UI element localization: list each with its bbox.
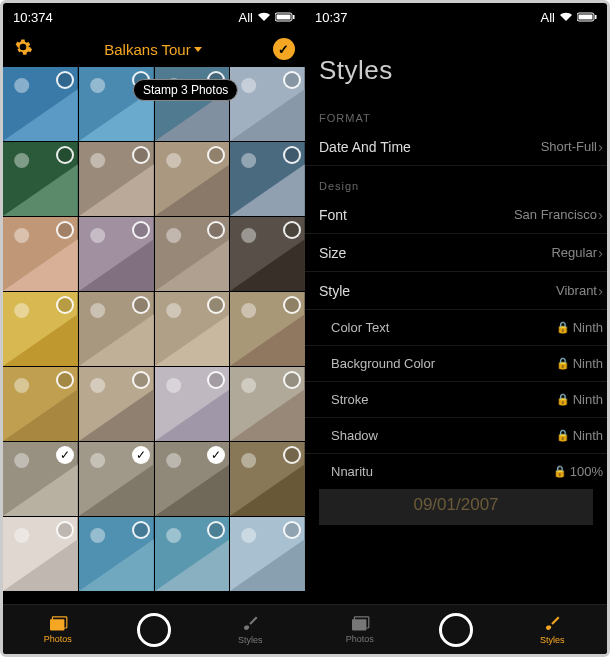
- photo-thumbnail[interactable]: [79, 367, 154, 441]
- svg-point-59: [166, 378, 181, 393]
- tab-styles[interactable]: Styles: [220, 615, 280, 645]
- photo-thumbnail[interactable]: [3, 142, 78, 216]
- row-opacity[interactable]: Nnaritu 🔒100%: [305, 454, 607, 489]
- tab-photos[interactable]: Photos: [330, 616, 390, 644]
- photo-thumbnail[interactable]: ✓: [155, 442, 230, 516]
- row-label: Date And Time: [319, 139, 411, 155]
- selection-indicator[interactable]: [56, 146, 74, 164]
- shutter-button[interactable]: [439, 613, 473, 647]
- tab-bar: Photos Styles: [305, 604, 607, 654]
- status-bar: 10:374 All: [3, 3, 305, 31]
- selection-indicator[interactable]: [283, 221, 301, 239]
- stamp-count-badge[interactable]: Stamp 3 Photos: [133, 79, 238, 101]
- tab-label: Photos: [44, 634, 72, 644]
- photo-thumbnail[interactable]: [155, 142, 230, 216]
- styles-list[interactable]: Styles FORMAT Date And Time Short-Full› …: [305, 31, 607, 604]
- row-date-and-time[interactable]: Date And Time Short-Full›: [305, 128, 607, 166]
- row-size[interactable]: Size Regular›: [305, 234, 607, 272]
- selection-indicator[interactable]: [283, 71, 301, 89]
- svg-point-41: [14, 303, 29, 318]
- row-color-text[interactable]: Color Text 🔒Ninth: [305, 310, 607, 346]
- selection-indicator[interactable]: ✓: [56, 446, 74, 464]
- tab-photos[interactable]: Photos: [28, 616, 88, 644]
- selection-indicator[interactable]: [132, 371, 150, 389]
- selection-indicator[interactable]: [132, 221, 150, 239]
- selection-indicator[interactable]: [132, 521, 150, 539]
- photo-thumbnail[interactable]: [155, 217, 230, 291]
- selection-indicator[interactable]: [283, 521, 301, 539]
- shutter-button[interactable]: [137, 613, 171, 647]
- row-label: Nnaritu: [331, 464, 373, 479]
- photo-thumbnail[interactable]: [155, 367, 230, 441]
- row-value: Regular: [551, 245, 597, 260]
- row-shadow[interactable]: Shadow 🔒Ninth: [305, 418, 607, 454]
- selection-indicator[interactable]: [283, 371, 301, 389]
- photo-thumbnail[interactable]: [79, 142, 154, 216]
- selection-indicator[interactable]: [283, 446, 301, 464]
- gear-icon[interactable]: [13, 37, 33, 61]
- battery-icon: [577, 12, 597, 22]
- svg-rect-2: [293, 15, 295, 19]
- row-stroke[interactable]: Stroke 🔒Ninth: [305, 382, 607, 418]
- row-label: Style: [319, 283, 350, 299]
- selection-indicator[interactable]: [56, 71, 74, 89]
- page-title: Styles: [305, 45, 607, 104]
- photo-thumbnail[interactable]: [3, 67, 78, 141]
- photos-header: Balkans Tour ✓: [3, 31, 305, 67]
- photo-thumbnail[interactable]: [230, 292, 305, 366]
- lock-icon: 🔒: [556, 321, 570, 334]
- selection-indicator[interactable]: [56, 371, 74, 389]
- select-mode-button[interactable]: ✓: [273, 38, 295, 60]
- photo-thumbnail[interactable]: [79, 217, 154, 291]
- photo-thumbnail[interactable]: [230, 142, 305, 216]
- lock-icon: 🔒: [556, 393, 570, 406]
- photo-thumbnail[interactable]: ✓: [79, 442, 154, 516]
- photo-thumbnail[interactable]: [3, 217, 78, 291]
- svg-point-5: [14, 78, 29, 93]
- photo-thumbnail[interactable]: [230, 367, 305, 441]
- row-style[interactable]: Style Vibrant›: [305, 272, 607, 310]
- selection-indicator[interactable]: ✓: [132, 446, 150, 464]
- svg-point-71: [166, 453, 181, 468]
- photo-thumbnail[interactable]: [230, 67, 305, 141]
- row-value: Short-Full: [541, 139, 597, 154]
- svg-point-47: [166, 303, 181, 318]
- photo-thumbnail[interactable]: ✓: [3, 442, 78, 516]
- photo-thumbnail[interactable]: [3, 292, 78, 366]
- row-label: Font: [319, 207, 347, 223]
- selection-indicator[interactable]: [56, 296, 74, 314]
- photo-thumbnail[interactable]: [155, 292, 230, 366]
- status-bar: 10:37 All: [305, 3, 607, 31]
- photo-thumbnail[interactable]: [155, 517, 230, 591]
- row-value: Vibrant: [556, 283, 597, 298]
- row-font[interactable]: Font San Francisco›: [305, 196, 607, 234]
- selection-indicator[interactable]: [283, 146, 301, 164]
- svg-point-50: [241, 303, 256, 318]
- svg-point-53: [14, 378, 29, 393]
- tab-styles[interactable]: Styles: [522, 615, 582, 645]
- photos-icon: [350, 616, 370, 632]
- row-value: Ninth: [573, 320, 603, 335]
- album-title-dropdown[interactable]: Balkans Tour: [104, 41, 201, 58]
- photo-thumbnail[interactable]: [230, 217, 305, 291]
- selection-indicator[interactable]: [132, 146, 150, 164]
- selection-indicator[interactable]: [283, 296, 301, 314]
- row-label: Background Color: [331, 356, 435, 371]
- status-time: 10:374: [13, 10, 53, 25]
- section-format: FORMAT: [305, 104, 607, 128]
- photo-thumbnail[interactable]: [3, 517, 78, 591]
- selection-indicator[interactable]: [56, 521, 74, 539]
- photo-thumbnail[interactable]: [3, 367, 78, 441]
- svg-point-56: [90, 378, 105, 393]
- phone-photos-screen: 10:374 All Balkans Tour ✓ Stamp 3 Photos…: [3, 3, 305, 654]
- photo-thumbnail[interactable]: [230, 442, 305, 516]
- photo-thumbnail[interactable]: [79, 292, 154, 366]
- lock-icon: 🔒: [556, 357, 570, 370]
- tab-label: Photos: [346, 634, 374, 644]
- wifi-icon: [257, 12, 271, 22]
- photo-thumbnail[interactable]: [230, 517, 305, 591]
- row-background-color[interactable]: Background Color 🔒Ninth: [305, 346, 607, 382]
- selection-indicator[interactable]: [56, 221, 74, 239]
- selection-indicator[interactable]: [132, 296, 150, 314]
- photo-thumbnail[interactable]: [79, 517, 154, 591]
